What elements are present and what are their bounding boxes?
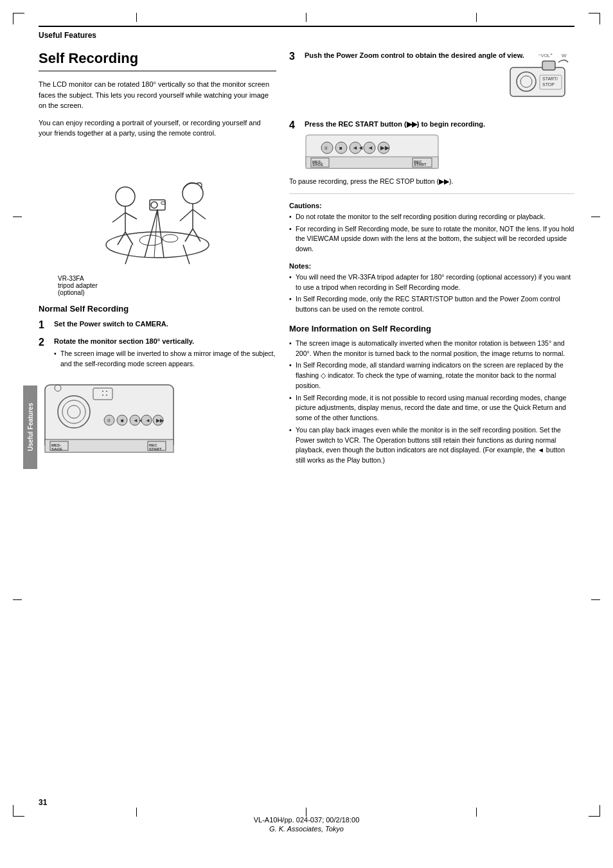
svg-text:II: II — [324, 145, 327, 151]
note-1: You will need the VR-33FA tripod adapter… — [289, 272, 574, 293]
camera-illustration: VR-33FAtripod adapter(optional) — [39, 145, 276, 296]
cautions-section: Cautions: Do not rotate the monitor to t… — [289, 202, 574, 254]
notes-title: Notes: — [289, 262, 574, 270]
notes-section: Notes: You will need the VR-33FA tripod … — [289, 262, 574, 315]
svg-point-31 — [106, 394, 107, 396]
divider-1 — [289, 193, 574, 194]
rec-panel: II ■ ◄◄ ◄ ▶▶ — [305, 134, 574, 172]
svg-text:–: – — [538, 52, 541, 57]
sidebar-tab: Useful Features — [23, 385, 37, 469]
svg-text:▶▶: ▶▶ — [380, 145, 389, 151]
svg-line-1 — [125, 245, 132, 264]
more-info-section: More Information on Self Recording The s… — [289, 324, 574, 466]
svg-text:■: ■ — [121, 418, 124, 423]
svg-point-30 — [102, 394, 103, 396]
intro-paragraph-1: The LCD monitor can be rotated 180° vert… — [39, 79, 276, 111]
more-info-1: The screen image is automatically invert… — [289, 339, 574, 359]
reg-marks-top — [0, 13, 613, 22]
page-title: Self Recording — [39, 50, 276, 71]
step-1: 1 Set the Power switch to CAMERA. — [39, 319, 276, 331]
cautions-list: Do not rotate the monitor to the self re… — [289, 212, 574, 254]
control-panel-svg: II ■ ◄◄ ◄ ▶▶ MES- SAGE — [39, 378, 180, 481]
footer-line1: VL-A10H/pp. 024-037; 00/2/18:00 — [0, 816, 613, 824]
svg-text:◄◄: ◄◄ — [352, 145, 364, 151]
step-2-number: 2 — [39, 336, 50, 371]
bottom-control-illustration: II ■ ◄◄ ◄ ▶▶ MES- SAGE — [39, 378, 276, 483]
step-4-number: 4 — [289, 119, 301, 172]
notes-list: You will need the VR-33FA tripod adapter… — [289, 272, 574, 315]
left-column: Self Recording The LCD monitor can be ro… — [39, 50, 276, 483]
svg-line-2 — [183, 245, 190, 264]
step-4-title: Press the REC START button (▶▶) to begin… — [305, 120, 485, 128]
step-1-title: Set the Power switch to CAMERA. — [54, 320, 168, 328]
svg-text:START/: START/ — [542, 76, 558, 81]
step-4: 4 Press the REC START button (▶▶) to beg… — [289, 119, 574, 172]
more-info-list: The screen image is automatically invert… — [289, 339, 574, 466]
steps-list: 1 Set the Power switch to CAMERA. 2 Rota… — [39, 319, 276, 371]
step-2-content: Rotate the monitor section 180° vertical… — [54, 336, 276, 371]
content-area: Self Recording The LCD monitor can be ro… — [39, 50, 574, 483]
caution-2: For recording in Self Recording mode, be… — [289, 224, 574, 254]
step-4-content: Press the REC START button (▶▶) to begin… — [305, 119, 574, 172]
reg-marks-right — [591, 0, 600, 817]
footer: VL-A10H/pp. 024-037; 00/2/18:00 G. K. As… — [0, 816, 613, 833]
step-3-number: 3 — [289, 50, 301, 109]
right-column: 3 Push the Power Zoom control to obtain … — [289, 50, 574, 483]
svg-point-29 — [106, 391, 107, 392]
step-3-title: Push the Power Zoom control to obtain th… — [305, 51, 524, 59]
step-2-bullet: The screen image will be inverted to sho… — [54, 349, 276, 369]
svg-text:◄: ◄ — [145, 418, 150, 423]
camera-caption: VR-33FAtripod adapter(optional) — [58, 275, 276, 296]
svg-text:▶▶: ▶▶ — [156, 418, 164, 423]
svg-text:SAGE: SAGE — [312, 163, 323, 166]
pause-text: To pause recording, press the REC STOP b… — [289, 177, 574, 187]
svg-text:◄: ◄ — [368, 145, 373, 151]
svg-text:■: ■ — [339, 145, 342, 151]
svg-point-28 — [102, 391, 103, 392]
svg-text:W: W — [562, 53, 567, 58]
svg-point-21 — [151, 202, 157, 208]
step-2-title: Rotate the monitor section 180° vertical… — [54, 337, 194, 345]
caution-1: Do not rotate the monitor to the self re… — [289, 212, 574, 222]
svg-point-4 — [163, 235, 178, 242]
sidebar-tab-label: Useful Features — [27, 403, 34, 451]
svg-line-13 — [180, 209, 193, 221]
step-2-bullets: The screen image will be inverted to sho… — [54, 346, 276, 369]
right-steps-list: 3 Push the Power Zoom control to obtain … — [289, 50, 574, 172]
svg-line-18 — [157, 209, 164, 258]
section-header: Useful Features — [39, 26, 574, 40]
step-1-content: Set the Power switch to CAMERA. — [54, 319, 276, 331]
svg-line-7 — [112, 213, 125, 222]
rec-panel-svg: II ■ ◄◄ ◄ ▶▶ — [305, 134, 440, 169]
step-2: 2 Rotate the monitor section 180° vertic… — [39, 336, 276, 371]
svg-text:START: START — [414, 163, 427, 166]
more-info-2: In Self Recording mode, all standard war… — [289, 360, 574, 391]
more-info-4: You can play back images even while the … — [289, 425, 574, 466]
svg-rect-22 — [161, 202, 165, 204]
svg-line-16 — [193, 229, 200, 242]
svg-line-8 — [125, 213, 137, 219]
svg-line-14 — [193, 209, 206, 219]
svg-text:STOP: STOP — [542, 82, 555, 87]
camera-drawing — [80, 145, 235, 274]
svg-rect-50 — [510, 67, 565, 96]
normal-self-recording-title: Normal Self Recording — [39, 304, 276, 314]
svg-point-5 — [116, 187, 135, 206]
page-number: 31 — [39, 798, 47, 807]
intro-paragraph-2: You can enjoy recording a portrait of yo… — [39, 118, 276, 139]
footer-line2: G. K. Associates, Tokyo — [0, 825, 613, 833]
note-2: In Self Recording mode, only the REC STA… — [289, 294, 574, 315]
svg-line-9 — [118, 232, 125, 245]
svg-text:SAGE: SAGE — [51, 447, 62, 451]
svg-text:II: II — [107, 418, 110, 423]
reg-marks-bottom — [0, 808, 613, 817]
reg-marks-left — [13, 0, 22, 817]
step-3: 3 Push the Power Zoom control to obtain … — [289, 50, 574, 109]
more-info-title: More Information on Self Recording — [289, 324, 574, 333]
svg-rect-51 — [542, 61, 555, 70]
more-info-3: In Self Recording mode, it is not possib… — [289, 393, 574, 423]
svg-point-3 — [139, 235, 163, 245]
step-3-content: Push the Power Zoom control to obtain th… — [305, 50, 574, 109]
svg-text:+: + — [550, 52, 553, 57]
cautions-title: Cautions: — [289, 202, 574, 209]
